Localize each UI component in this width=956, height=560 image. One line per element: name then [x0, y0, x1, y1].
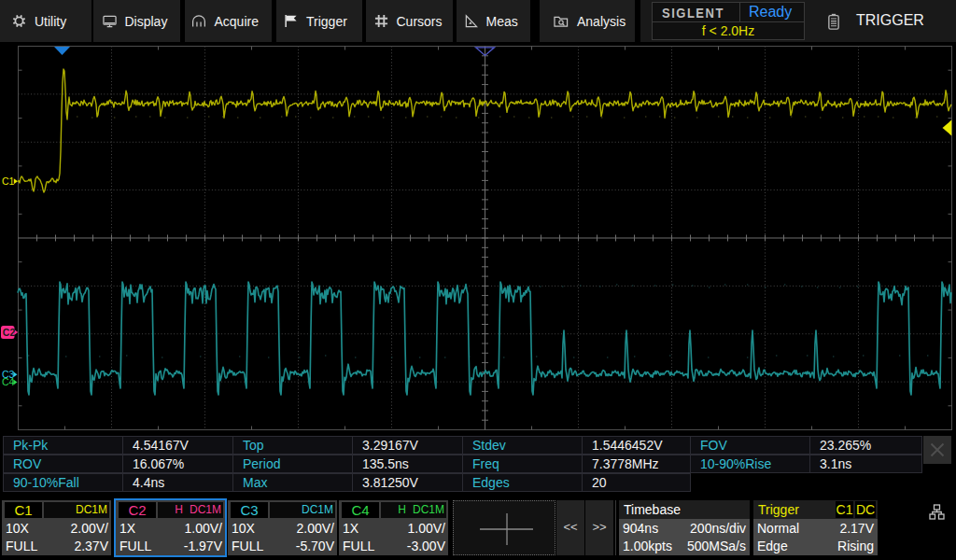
- svg-text:C4: C4: [2, 376, 15, 387]
- svg-text:C1: C1: [2, 175, 15, 187]
- svg-text:C2: C2: [3, 327, 16, 338]
